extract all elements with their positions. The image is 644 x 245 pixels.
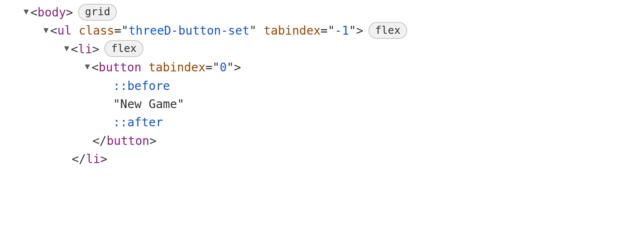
- expand-arrow-icon[interactable]: ▼: [83, 60, 92, 73]
- attr-value: 0: [219, 58, 227, 76]
- expand-arrow-icon[interactable]: ▼: [22, 5, 30, 18]
- attr-name: tabindex: [264, 22, 321, 40]
- tag-close-bracket: >: [66, 3, 73, 22]
- expand-arrow-icon[interactable]: ▼: [62, 42, 71, 55]
- tag-name: button: [99, 58, 141, 76]
- attr-value: threeD-button-set: [128, 22, 249, 40]
- tag-open-bracket: <: [30, 3, 38, 22]
- tree-row-li-close[interactable]: </li>: [0, 150, 644, 168]
- pseudo-before: ::before: [113, 77, 170, 95]
- tag-name: ul: [57, 22, 72, 40]
- tree-row-ul[interactable]: ▼ <ul class="threeD-button-set" tabindex…: [0, 22, 644, 40]
- tree-row-li[interactable]: ▼ <li> flex: [0, 40, 644, 58]
- tree-row-pseudo-after[interactable]: ::after: [0, 113, 644, 131]
- tag-name: li: [86, 150, 100, 168]
- tree-row-button-close[interactable]: </button>: [0, 132, 644, 150]
- tag-name: li: [78, 40, 92, 58]
- tree-row-text-node[interactable]: "New Game": [0, 95, 644, 113]
- tree-row-body[interactable]: ▼ <body> grid: [0, 3, 644, 22]
- attr-name: class: [78, 22, 114, 40]
- attr-name: tabindex: [149, 58, 206, 76]
- tag-name: body: [38, 3, 66, 22]
- text-node: "New Game": [113, 95, 184, 113]
- tag-name: button: [107, 132, 149, 150]
- expand-arrow-icon[interactable]: ▼: [42, 24, 50, 37]
- tree-row-button[interactable]: ▼ <button tabindex="0">: [0, 58, 644, 76]
- tree-row-pseudo-before[interactable]: ::before: [0, 77, 644, 95]
- pseudo-after: ::after: [113, 113, 163, 131]
- layout-badge-grid[interactable]: grid: [78, 4, 117, 21]
- layout-badge-flex[interactable]: flex: [104, 40, 143, 57]
- dom-tree: ▼ <body> grid ▼ <ul class="threeD-button…: [0, 0, 644, 169]
- attr-value: -1: [335, 22, 349, 40]
- layout-badge-flex[interactable]: flex: [368, 22, 407, 39]
